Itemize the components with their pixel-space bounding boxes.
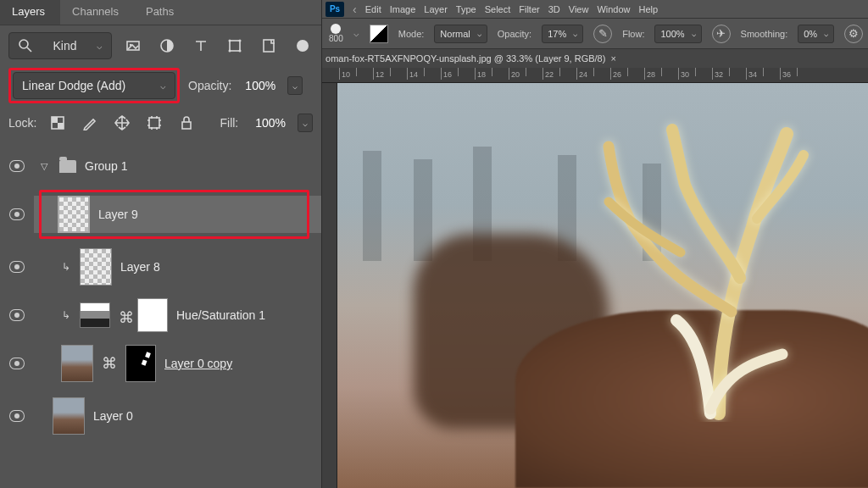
svg-rect-13 bbox=[52, 117, 58, 123]
chevron-down-icon: ⌵ bbox=[97, 41, 103, 52]
mask-thumbnail[interactable] bbox=[137, 298, 168, 332]
document-tab[interactable]: oman-fox-RT5AXFNPOQY-unsplash.jpg @ 33.3… bbox=[326, 53, 616, 64]
visibility-toggle[interactable] bbox=[0, 261, 34, 273]
svg-line-1 bbox=[27, 47, 31, 52]
document-tab-bar: oman-fox-RT5AXFNPOQY-unsplash.jpg @ 33.3… bbox=[322, 49, 868, 68]
mode-label: Mode: bbox=[398, 29, 425, 39]
fill-label: Fill: bbox=[220, 116, 238, 130]
flow-label: Flow: bbox=[622, 29, 644, 39]
chevron-down-icon: ⌵ bbox=[692, 30, 696, 38]
filter-kind-label: Kind bbox=[53, 39, 76, 53]
clipping-icon: ↳ bbox=[61, 309, 71, 321]
layer-thumbnail[interactable] bbox=[58, 196, 90, 233]
filter-smartobject-icon[interactable] bbox=[259, 36, 278, 55]
smoothing-options-icon[interactable]: ⚙ bbox=[844, 25, 863, 43]
brush-panel-icon[interactable] bbox=[370, 25, 388, 43]
pressure-opacity-icon[interactable]: ✎ bbox=[593, 25, 612, 43]
layer-row-layer0copy[interactable]: ⌘ Layer 0 copy bbox=[0, 337, 321, 390]
brush-dot-icon bbox=[331, 24, 341, 34]
filter-artboard-icon[interactable] bbox=[293, 36, 312, 55]
visibility-toggle[interactable] bbox=[0, 358, 34, 369]
svg-rect-10 bbox=[264, 40, 274, 52]
menu-edit[interactable]: Edit bbox=[365, 4, 381, 14]
filter-type-icon[interactable] bbox=[192, 36, 210, 55]
visibility-toggle[interactable] bbox=[0, 160, 34, 172]
chevron-down-icon[interactable]: ⌵ bbox=[353, 28, 359, 39]
brush-opacity[interactable]: 17% ⌵ bbox=[542, 25, 583, 43]
opacity-value: 17% bbox=[548, 29, 566, 39]
visibility-toggle[interactable] bbox=[0, 410, 34, 422]
eye-icon bbox=[9, 410, 25, 422]
back-arrow-icon[interactable]: ‹ bbox=[353, 3, 357, 16]
chevron-down-icon: ⌵ bbox=[160, 80, 166, 92]
chevron-down-icon: ⌵ bbox=[477, 30, 481, 38]
link-icon[interactable]: ⌘ bbox=[119, 308, 129, 322]
svg-rect-5 bbox=[230, 41, 240, 51]
tab-channels[interactable]: Channels bbox=[60, 0, 134, 25]
layer-thumbnail[interactable] bbox=[80, 248, 112, 286]
layer-name: Layer 8 bbox=[120, 260, 160, 274]
menu-image[interactable]: Image bbox=[390, 4, 416, 14]
lock-artboard-icon[interactable] bbox=[145, 114, 164, 132]
layer-row-group[interactable]: ▽ Group 1 bbox=[0, 144, 321, 188]
layer-row-huesat[interactable]: ↳ ⌘ Hue/Saturation 1 bbox=[0, 293, 321, 337]
options-bar: 800 ⌵ Mode: Normal ⌵ Opacity: 17% ⌵ ✎ Fl… bbox=[322, 19, 868, 49]
menu-select[interactable]: Select bbox=[485, 4, 511, 14]
menu-help[interactable]: Help bbox=[639, 4, 659, 14]
disclosure-icon[interactable]: ▽ bbox=[41, 161, 51, 172]
lock-position-icon[interactable] bbox=[113, 114, 131, 132]
canvas[interactable] bbox=[337, 83, 868, 488]
adjustment-thumbnail[interactable] bbox=[80, 302, 110, 328]
blend-mode-select[interactable]: Linear Dodge (Add) ⌵ bbox=[13, 72, 175, 99]
filter-adjustment-icon[interactable] bbox=[158, 36, 176, 55]
document-tab-label: oman-fox-RT5AXFNPOQY-unsplash.jpg @ 33.3… bbox=[326, 53, 605, 64]
brush-flow[interactable]: 100% ⌵ bbox=[654, 25, 701, 43]
filter-shape-icon[interactable] bbox=[225, 36, 244, 55]
brush-smoothing[interactable]: 0% ⌵ bbox=[798, 25, 834, 43]
blend-mode-value: Linear Dodge (Add) bbox=[22, 79, 125, 92]
svg-point-7 bbox=[239, 40, 242, 42]
layer-row-layer0[interactable]: Layer 0 bbox=[0, 390, 321, 442]
layer-thumbnail[interactable] bbox=[61, 345, 93, 382]
visibility-toggle[interactable] bbox=[0, 208, 34, 220]
layer-thumbnail[interactable] bbox=[53, 397, 85, 435]
opacity-dropdown[interactable]: ⌵ bbox=[287, 76, 303, 95]
ruler-horizontal[interactable]: 1012141618202224262830323436 bbox=[322, 68, 868, 83]
layer-row-layer8[interactable]: ↳ Layer 8 bbox=[0, 241, 321, 293]
layer-name: Hue/Saturation 1 bbox=[176, 308, 265, 322]
lock-transparency-icon[interactable] bbox=[48, 114, 67, 132]
layer-name: Group 1 bbox=[85, 159, 128, 173]
airbrush-icon[interactable]: ✈ bbox=[712, 25, 731, 43]
tab-paths[interactable]: Paths bbox=[134, 0, 189, 25]
brush-preset[interactable]: 800 bbox=[329, 24, 343, 43]
app-logo[interactable]: Ps bbox=[326, 2, 344, 17]
eye-icon bbox=[9, 160, 25, 172]
menu-type[interactable]: Type bbox=[456, 4, 476, 14]
fill-value[interactable]: 100% bbox=[250, 113, 291, 133]
menu-view[interactable]: View bbox=[569, 4, 589, 14]
tab-layers[interactable]: Layers bbox=[0, 0, 60, 25]
mask-thumbnail[interactable] bbox=[125, 345, 156, 382]
lock-all-icon[interactable] bbox=[177, 114, 196, 132]
eye-icon bbox=[9, 261, 25, 273]
lock-pixels-icon[interactable] bbox=[81, 114, 99, 132]
blend-mode-brush-select[interactable]: Normal ⌵ bbox=[434, 25, 487, 43]
layer-opacity-value[interactable]: 100% bbox=[240, 75, 281, 96]
menu-window[interactable]: Window bbox=[597, 4, 630, 14]
layer-row-layer9[interactable]: Layer 9 bbox=[0, 188, 321, 241]
blend-row: Linear Dodge (Add) ⌵ Opacity: 100% ⌵ bbox=[0, 66, 321, 105]
mode-value: Normal bbox=[440, 29, 470, 39]
smoothing-value: 0% bbox=[804, 29, 817, 39]
fill-dropdown[interactable]: ⌵ bbox=[298, 114, 313, 132]
filter-kind-select[interactable]: Kind ⌵ bbox=[8, 32, 112, 59]
layer-name: Layer 0 copy bbox=[164, 357, 232, 370]
layers-list: ▽ Group 1 Layer 9 ↳ Layer 8 bbox=[0, 141, 321, 488]
link-icon[interactable]: ⌘ bbox=[102, 354, 117, 373]
visibility-toggle[interactable] bbox=[0, 309, 34, 321]
menu-layer[interactable]: Layer bbox=[424, 4, 448, 14]
menu-filter[interactable]: Filter bbox=[519, 4, 539, 14]
close-icon[interactable]: × bbox=[610, 53, 615, 64]
ruler-vertical[interactable] bbox=[322, 83, 337, 488]
filter-pixel-icon[interactable] bbox=[124, 36, 142, 55]
menu-3d[interactable]: 3D bbox=[548, 4, 560, 14]
